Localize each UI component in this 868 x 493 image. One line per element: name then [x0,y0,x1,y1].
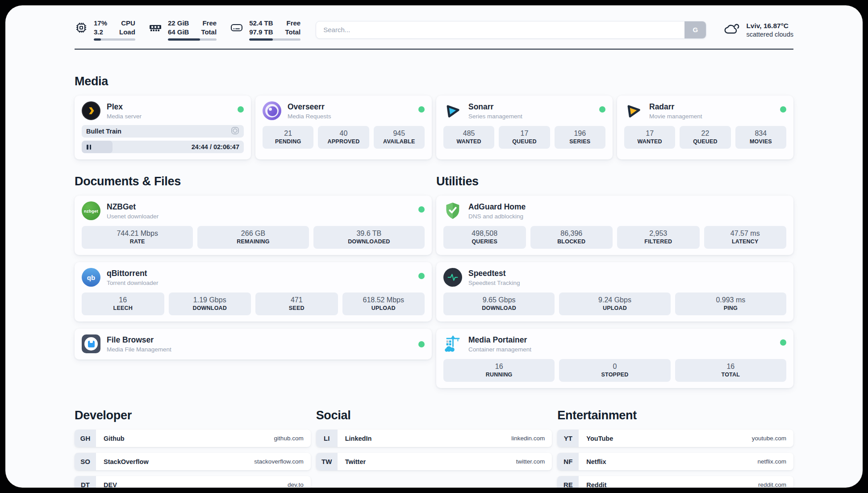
stat-queued: 17 QUEUED [499,126,550,149]
app-name: qBittorrent [107,269,159,278]
app-card-plex[interactable]: Plex Media server Bullet Train [75,96,251,159]
link-row-reddit[interactable]: RE Reddit reddit.com [557,476,793,488]
stat-upload: 9.24 Gbps UPLOAD [559,292,670,315]
link-name: DEV [104,481,117,488]
disk-progress-bar [249,38,300,41]
stat-download: 1.19 Gbps DOWNLOAD [169,292,251,315]
stat-movies: 834 MOVIES [735,126,786,149]
status-online-dot [599,106,605,113]
app-card-nzbget[interactable]: nzbget NZBGet Usenet downloader 744.21 M… [75,196,432,255]
hard-drive-icon [230,22,243,33]
cpu-labels: CPULoad [119,19,135,36]
adguard-shield-icon [443,201,462,220]
stat-leech: 16 LEECH [82,292,164,315]
link-row-github[interactable]: GH Github github.com [75,430,311,447]
app-subtitle: Torrent downloader [107,280,159,286]
link-row-dev[interactable]: DT DEV dev.to [75,476,311,488]
link-row-stackoverflow[interactable]: SO StackOverflow stackoverflow.com [75,453,311,470]
link-row-linkedin[interactable]: LI LinkedIn linkedin.com [316,430,552,447]
app-name: Plex [107,102,142,112]
stat-queries: 498,508 QUERIES [443,226,526,249]
link-row-twitter[interactable]: TW Twitter twitter.com [316,453,552,470]
playback-progress-bar: 24:44 / 02:06:47 [82,141,244,153]
app-card-speedtest[interactable]: Speedtest Speedtest Tracking 9.65 Gbps D… [436,262,793,322]
link-row-netflix[interactable]: NF Netflix netflix.com [557,453,793,470]
link-name: YouTube [586,435,613,442]
radarr-icon [624,101,643,120]
app-subtitle: Speedtest Tracking [468,280,520,286]
app-card-radarr[interactable]: Radarr Movie management 17 WANTED 22 QUE… [617,96,793,159]
app-card-sonarr[interactable]: Sonarr Series management 485 WANTED 17 Q… [436,96,613,159]
cpu-progress-bar [94,38,135,41]
link-name: Github [104,435,125,442]
link-url: netflix.com [757,458,786,465]
app-card-adguard[interactable]: AdGuard Home DNS and adblocking 498,508 … [436,196,793,255]
status-online-dot [238,106,244,113]
pause-icon [87,145,91,150]
stat-upload: 618.52 Mbps UPLOAD [342,292,425,315]
playback-time: 24:44 / 02:06:47 [192,143,239,150]
disk-values: 52.4 TB97.9 TB [249,19,273,36]
link-row-youtube[interactable]: YT YouTube youtube.com [557,430,793,447]
stat-downloaded: 39.6 TB DOWNLOADED [313,226,425,249]
status-online-dot [418,106,425,113]
app-name: Speedtest [468,269,520,278]
stat-rate: 744.21 Mbps RATE [82,226,193,249]
stat-latency: 47.57 ms LATENCY [704,226,787,249]
cpu-widget: 17%3.2 CPULoad [75,19,135,41]
search-engine-button[interactable]: G [684,21,706,38]
link-url: github.com [274,435,304,442]
link-badge: DT [75,476,96,488]
stat-filtered: 2,953 FILTERED [617,226,700,249]
link-badge: NF [557,453,579,470]
ram-labels: FreeTotal [201,19,217,36]
status-online-dot [418,341,425,347]
link-badge: YT [557,430,579,447]
stat-ping: 0.993 ms PING [675,292,786,315]
cpu-chip-icon [75,21,88,34]
section-title-media: Media [75,75,793,88]
app-subtitle: Usenet downloader [107,213,159,220]
link-name: Twitter [345,458,366,465]
stat-approved: 40 APPROVED [318,126,369,149]
now-playing-title: Bullet Train [86,128,121,135]
cpu-values: 17%3.2 [94,19,107,36]
app-subtitle: DNS and adblocking [468,213,526,220]
link-url: dev.to [288,481,304,488]
app-card-filebrowser[interactable]: File Browser Media File Management [75,329,432,359]
app-name: Radarr [649,102,702,112]
status-online-dot [418,206,425,213]
overseerr-icon [263,101,281,120]
developer-links-column: Developer GH Github github.com SO StackO… [75,409,311,488]
app-name: Sonarr [468,102,522,112]
filebrowser-icon [82,334,100,353]
link-badge: GH [75,430,96,447]
link-badge: RE [557,476,579,488]
nzbget-icon: nzbget [82,201,100,220]
section-title-utilities: Utilities [436,175,793,188]
disk-widget: 52.4 TB97.9 TB FreeTotal [230,19,300,41]
stat-series: 196 SERIES [555,126,605,149]
link-url: stackoverflow.com [254,458,303,465]
stat-seed: 471 SEED [255,292,338,315]
stat-pending: 21 PENDING [263,126,313,149]
app-subtitle: Container management [468,346,531,353]
dashboard-page: 17%3.2 CPULoad [5,5,863,488]
app-card-portainer[interactable]: Media Portainer Container management 16 … [436,329,793,388]
status-online-dot [780,106,786,113]
app-subtitle: Media File Management [107,346,171,353]
link-url: youtube.com [752,435,786,442]
top-bar: 17%3.2 CPULoad [75,19,793,41]
link-badge: LI [316,430,338,447]
section-title-entertainment: Entertainment [557,409,793,422]
speedtest-pulse-icon [443,268,462,287]
weather-condition: scattered clouds [746,31,793,38]
utilities-column: Utilities [436,175,793,388]
app-card-overseerr[interactable]: Overseerr Media Requests 21 PENDING 40 A… [255,96,432,159]
app-card-qbittorrent[interactable]: qb qBittorrent Torrent downloader 16 [75,262,432,322]
record-icon[interactable] [231,126,239,137]
stat-available: 945 AVAILABLE [374,126,425,149]
link-name: Reddit [586,481,606,488]
search-input[interactable] [316,21,684,38]
app-subtitle: Media server [107,113,142,120]
